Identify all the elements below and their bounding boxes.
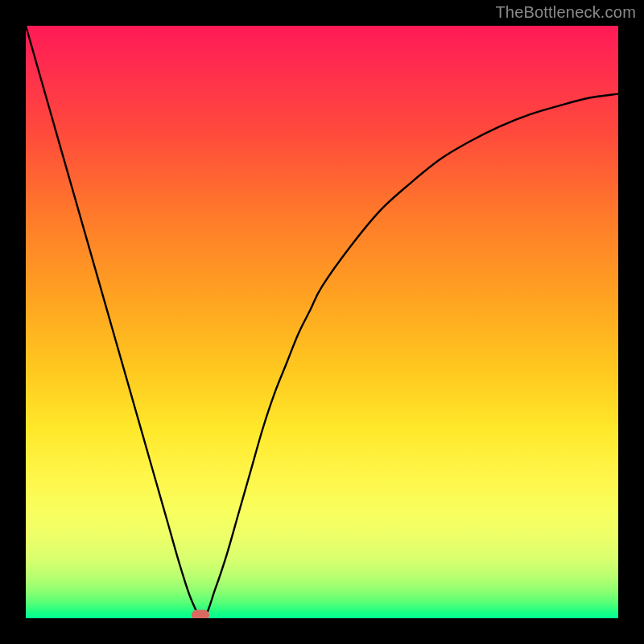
watermark-label: TheBottleneck.com [495,3,636,22]
bottleneck-curve [26,26,618,618]
plot-area [26,26,618,618]
optimal-marker [192,609,209,618]
chart-frame: TheBottleneck.com [0,0,644,644]
